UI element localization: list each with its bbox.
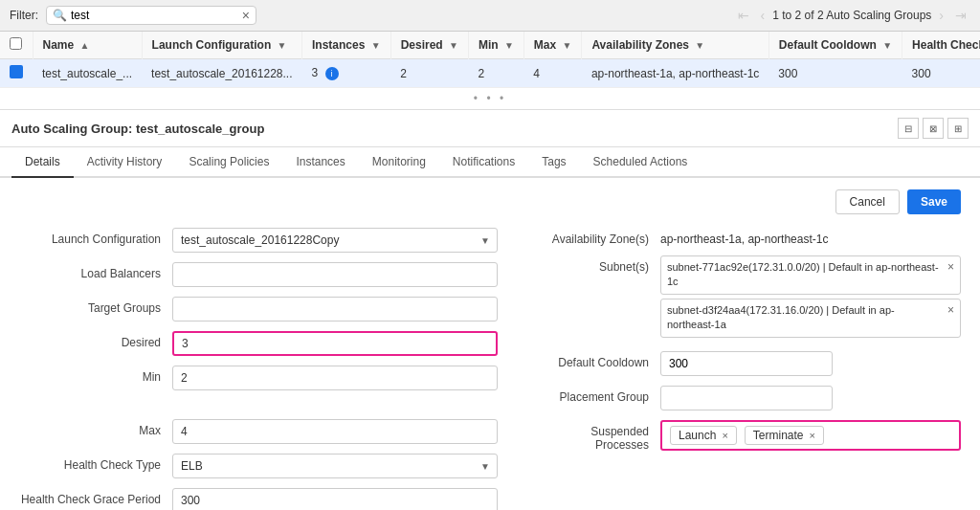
default-cooldown-row: Default Cooldown	[536, 351, 961, 376]
suspended-tag-terminate: Terminate ×	[745, 426, 824, 445]
az-label: Availability Zone(s)	[536, 228, 660, 246]
health-check-grace-control	[172, 488, 498, 510]
az-row: Availability Zone(s) ap-northeast-1a, ap…	[536, 228, 961, 246]
subnets-container: subnet-771ac92e(172.31.0.0/20) | Default…	[660, 255, 961, 342]
default-cooldown-input[interactable]	[660, 351, 833, 376]
health-check-type-select[interactable]: ELB EC2	[172, 454, 498, 478]
instances-info-icon[interactable]: i	[325, 67, 339, 80]
suspended-tag-launch-remove[interactable]: ×	[722, 430, 727, 441]
placement-group-input[interactable]	[660, 386, 833, 410]
subnet-remove-2[interactable]: ×	[947, 303, 954, 317]
az-value: ap-northeast-1a, ap-northeast-1c	[660, 228, 961, 246]
cell-instances: 3 i	[302, 59, 391, 88]
load-balancers-input[interactable]	[172, 262, 498, 287]
load-balancers-label: Load Balancers	[19, 262, 172, 280]
tab-details[interactable]: Details	[11, 147, 74, 178]
filter-label: Filter:	[10, 9, 38, 22]
subnet-item-1: subnet-771ac92e(172.31.0.0/20) | Default…	[660, 255, 961, 295]
form-actions: Cancel Save	[19, 189, 961, 214]
cell-name: test_autoscale_...	[33, 59, 142, 88]
col-az[interactable]: Availability Zones ▼	[582, 32, 768, 59]
filter-clear-button[interactable]: ×	[242, 9, 250, 22]
subnet-remove-1[interactable]: ×	[947, 260, 954, 274]
health-check-grace-label: Health Check Grace Period	[19, 488, 172, 506]
filter-input[interactable]	[71, 9, 242, 22]
tab-scheduled-actions[interactable]: Scheduled Actions	[580, 147, 702, 178]
target-groups-control	[172, 297, 498, 322]
icon-btn-3[interactable]: ⊞	[947, 118, 969, 139]
col-desired[interactable]: Desired ▼	[390, 32, 468, 59]
min-input[interactable]	[172, 366, 498, 390]
cell-min: 2	[468, 59, 523, 88]
max-row: Max	[19, 419, 498, 444]
tab-monitoring[interactable]: Monitoring	[359, 147, 439, 178]
tab-instances[interactable]: Instances	[282, 147, 358, 178]
launch-config-row: Launch Configuration test_autoscale_2016…	[19, 228, 498, 253]
cell-max: 4	[523, 59, 582, 88]
col-default-cooldown[interactable]: Default Cooldown ▼	[768, 32, 902, 59]
table-wrap: Name ▲ Launch Configuration ▼ Instances …	[0, 32, 980, 110]
expand-dots[interactable]: • • •	[0, 88, 980, 109]
suspended-processes-box: Launch × Terminate ×	[660, 420, 961, 451]
cell-default-cooldown: 300	[768, 59, 902, 88]
section-icons: ⊟ ⊠ ⊞	[898, 118, 969, 139]
health-check-grace-input[interactable]	[172, 488, 498, 510]
row-checkbox[interactable]	[10, 65, 23, 78]
pagination-area: ⇤ ‹ 1 to 2 of 2 Auto Scaling Groups › ⇥	[734, 6, 970, 25]
form-grid: Launch Configuration test_autoscale_2016…	[19, 228, 961, 510]
col-min[interactable]: Min ▼	[468, 32, 523, 59]
cell-desired: 2	[390, 59, 468, 88]
health-check-type-row: Health Check Type ELB EC2 ▼	[19, 454, 498, 478]
suspended-processes-label: Suspended Processes	[536, 420, 660, 452]
subnets-row: Subnet(s) subnet-771ac92e(172.31.0.0/20)…	[536, 255, 961, 342]
icon-btn-1[interactable]: ⊟	[898, 118, 919, 139]
section-header: Auto Scaling Group: test_autoscale_group…	[0, 110, 980, 147]
cancel-button[interactable]: Cancel	[835, 189, 900, 214]
col-launch-config[interactable]: Launch Configuration ▼	[142, 32, 301, 59]
min-label: Min	[19, 366, 172, 384]
icon-btn-2[interactable]: ⊠	[923, 118, 944, 139]
desired-label: Desired	[19, 331, 172, 349]
pagination-text: 1 to 2 of 2 Auto Scaling Groups	[772, 9, 931, 22]
autoscaling-table: Name ▲ Launch Configuration ▼ Instances …	[0, 32, 980, 88]
cell-az: ap-northeast-1a, ap-northeast-1c	[582, 59, 768, 88]
max-label: Max	[19, 419, 172, 437]
section-title: Auto Scaling Group: test_autoscale_group	[11, 122, 264, 136]
suspended-tag-terminate-remove[interactable]: ×	[810, 430, 815, 441]
cell-health-check-grace: 300	[902, 59, 980, 88]
target-groups-row: Target Groups	[19, 297, 498, 322]
search-icon: 🔍	[53, 9, 67, 22]
tab-tags[interactable]: Tags	[528, 147, 579, 178]
first-page-button[interactable]: ⇤	[734, 6, 753, 25]
max-input[interactable]	[172, 419, 498, 444]
tab-activity-history[interactable]: Activity History	[74, 147, 176, 178]
cell-launch-config: test_autoscale_20161228...	[142, 59, 301, 88]
save-button[interactable]: Save	[907, 189, 961, 214]
col-name[interactable]: Name ▲	[33, 32, 142, 59]
desired-input[interactable]	[172, 331, 498, 356]
next-page-button[interactable]: ›	[935, 6, 947, 25]
prev-page-button[interactable]: ‹	[757, 6, 769, 25]
suspended-tag-launch-text: Launch	[679, 429, 716, 442]
col-instances[interactable]: Instances ▼	[302, 32, 391, 59]
max-control	[172, 419, 498, 444]
target-groups-label: Target Groups	[19, 297, 172, 315]
launch-config-select[interactable]: test_autoscale_20161228Copy	[172, 228, 498, 253]
placement-group-control	[660, 386, 833, 410]
filter-bar: Filter: 🔍 × ⇤ ‹ 1 to 2 of 2 Auto Scaling…	[0, 0, 980, 32]
table-row[interactable]: test_autoscale_... test_autoscale_201612…	[0, 59, 980, 88]
suspended-processes-row: Suspended Processes Launch × Terminate ×	[536, 420, 961, 452]
health-check-type-label: Health Check Type	[19, 454, 172, 472]
tab-notifications[interactable]: Notifications	[439, 147, 528, 178]
target-groups-input[interactable]	[172, 297, 498, 322]
load-balancers-control	[172, 262, 498, 287]
col-max[interactable]: Max ▼	[523, 32, 582, 59]
last-page-button[interactable]: ⇥	[951, 6, 970, 25]
select-all-header[interactable]	[0, 32, 33, 59]
tab-scaling-policies[interactable]: Scaling Policies	[175, 147, 282, 178]
form-right: Availability Zone(s) ap-northeast-1a, ap…	[536, 228, 961, 510]
subnet-text-2: subnet-d3f24aa4(172.31.16.0/20) | Defaul…	[667, 303, 947, 333]
col-health-check-grace[interactable]: Health Check Grace ▼	[902, 32, 980, 59]
subnet-text-1: subnet-771ac92e(172.31.0.0/20) | Default…	[667, 260, 947, 290]
placement-group-label: Placement Group	[536, 386, 660, 404]
